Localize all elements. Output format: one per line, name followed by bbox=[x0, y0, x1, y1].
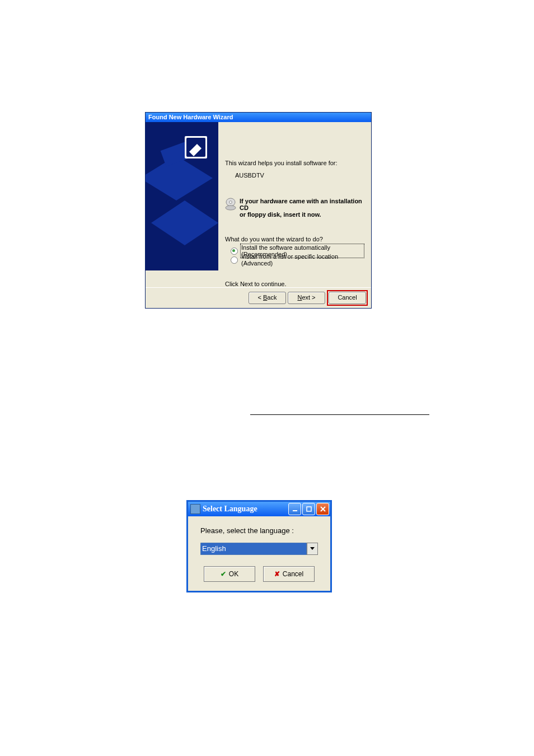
dropdown-arrow-icon bbox=[307, 543, 318, 555]
cd-icon bbox=[225, 198, 236, 211]
radio-label: Install from a list or specific location… bbox=[240, 253, 364, 267]
wizard-question: What do you want the wizard to do? bbox=[225, 236, 364, 242]
svg-point-9 bbox=[226, 206, 236, 210]
maximize-button[interactable] bbox=[302, 503, 315, 515]
language-prompt: Please, select the language : bbox=[200, 526, 318, 535]
wizard-title-text: Found New Hardware Wizard bbox=[148, 114, 233, 120]
hardware-wizard-dialog: Found New Hardware Wizard This w bbox=[145, 112, 372, 309]
svg-rect-11 bbox=[307, 507, 311, 511]
minimize-button[interactable] bbox=[288, 503, 301, 515]
svg-point-8 bbox=[229, 201, 232, 204]
language-selected-value: English bbox=[200, 543, 307, 555]
svg-marker-12 bbox=[310, 547, 315, 550]
cancel-label: Cancel bbox=[283, 570, 303, 578]
language-dropdown[interactable]: English bbox=[200, 543, 318, 555]
cancel-button[interactable]: ✘ Cancel bbox=[263, 566, 315, 582]
svg-rect-10 bbox=[293, 510, 297, 511]
wizard-sidebar-graphic bbox=[146, 122, 218, 270]
cancel-button[interactable]: Cancel bbox=[329, 292, 366, 304]
cancel-highlight-box: Cancel bbox=[327, 290, 368, 306]
check-icon: ✔ bbox=[221, 570, 226, 578]
radio-icon bbox=[231, 256, 238, 264]
radio-install-from-list[interactable]: Install from a list or specific location… bbox=[231, 256, 364, 264]
wizard-intro-text: This wizard helps you install software f… bbox=[225, 160, 364, 166]
radio-icon bbox=[231, 248, 238, 255]
ok-button[interactable]: ✔ OK bbox=[204, 566, 255, 582]
next-button[interactable]: Next > bbox=[288, 292, 325, 304]
wizard-titlebar: Found New Hardware Wizard bbox=[146, 113, 371, 122]
ok-label: OK bbox=[229, 570, 238, 578]
app-icon bbox=[190, 504, 200, 514]
back-button[interactable]: < Back bbox=[249, 292, 286, 304]
close-button[interactable] bbox=[316, 503, 329, 515]
select-language-dialog: Select Language Please, select the langu… bbox=[186, 500, 332, 592]
device-name: AUSBDTV bbox=[235, 172, 364, 179]
language-titlebar: Select Language bbox=[188, 502, 330, 516]
click-next-text: Click Next to continue. bbox=[225, 281, 364, 287]
section-divider bbox=[250, 414, 429, 415]
cd-instruction: If your hardware came with an installati… bbox=[240, 198, 364, 218]
x-icon: ✘ bbox=[274, 570, 280, 578]
language-title-text: Select Language bbox=[203, 505, 257, 514]
